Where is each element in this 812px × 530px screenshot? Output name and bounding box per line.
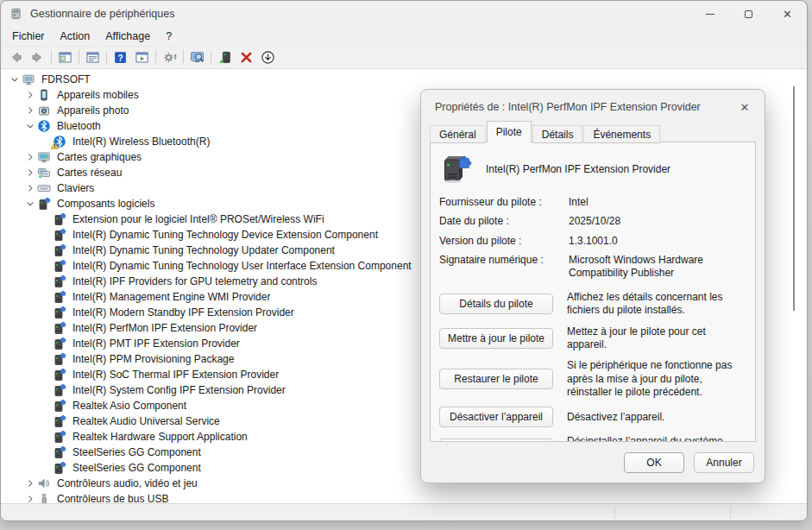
back-button[interactable]	[5, 47, 27, 68]
driver-tab-page: Intel(R) PerfMon IPF Extension Provider …	[430, 142, 756, 442]
bluetooth-icon	[53, 135, 66, 148]
chevron-right-icon[interactable]	[23, 88, 37, 102]
rollback-driver-button[interactable]: Restaurer le pilote	[439, 369, 553, 389]
close-icon: ✕	[740, 101, 750, 114]
indent-spacer	[39, 243, 53, 257]
vertical-scrollbar[interactable]	[793, 86, 795, 311]
maximize-icon	[745, 10, 752, 18]
driver-info-label: Fournisseur du pilote :	[439, 196, 569, 209]
tab-evenements[interactable]: Événements	[583, 125, 660, 143]
software-component-icon	[53, 243, 66, 257]
tab-details[interactable]: Détails	[532, 125, 583, 143]
minimize-button[interactable]	[690, 1, 729, 27]
chevron-down-icon[interactable]	[23, 197, 37, 211]
chevron-right-icon[interactable]	[23, 492, 37, 503]
menu-action[interactable]: Action	[53, 28, 98, 44]
cancel-button[interactable]: Annuler	[694, 452, 754, 473]
console-tree-button[interactable]	[54, 47, 76, 68]
tree-item-label: Intel(R) Dynamic Tuning Technology Devic…	[71, 229, 380, 241]
chevron-right-icon[interactable]	[23, 181, 37, 195]
update-driver-button[interactable]: Mettre à jour le pilote	[439, 328, 553, 349]
chevron-right-icon[interactable]	[23, 476, 37, 490]
tab-general[interactable]: Général	[430, 125, 486, 143]
driver-actions: Détails du piloteAffichez les détails co…	[431, 287, 755, 442]
indent-spacer	[39, 399, 53, 413]
tree-item[interactable]: Contrôleurs de bus USB	[1, 491, 807, 503]
tree-item-label: FDRSOFT	[40, 73, 92, 85]
driver-info-label: Signataire numérique :	[439, 254, 569, 281]
software-component-icon	[53, 306, 66, 319]
software-component-icon	[53, 383, 66, 397]
driver-details-button[interactable]: Détails du pilote	[439, 293, 553, 314]
software-component-icon	[53, 368, 66, 382]
update-driver-button[interactable]	[159, 47, 180, 68]
chevron-down-icon[interactable]	[23, 119, 37, 133]
chevron-right-icon[interactable]	[23, 150, 37, 164]
device-header: Intel(R) PerfMon IPF Extension Provider	[431, 142, 755, 192]
tree-item-label: Intel(R) PMT IPF Extension Provider	[71, 338, 242, 350]
menu-aide[interactable]: ?	[158, 28, 179, 44]
properties-button[interactable]	[82, 47, 104, 68]
ok-button[interactable]: OK	[624, 452, 684, 473]
toolbar-separator	[183, 50, 184, 65]
menu-affichage[interactable]: Affichage	[98, 28, 158, 44]
driver-action-row: Mettre à jour le piloteMettez à jour le …	[439, 325, 746, 352]
software-component-icon	[53, 274, 66, 288]
scan-hardware-button[interactable]	[186, 47, 208, 68]
tree-item-label: Realtek Audio Universal Service	[71, 415, 222, 427]
indent-spacer	[39, 259, 53, 273]
indent-spacer	[39, 212, 53, 226]
menu-fichier[interactable]: Fichier	[4, 28, 53, 44]
minimize-icon	[706, 14, 714, 15]
driver-info-row: Signataire numérique :Microsoft Windows …	[439, 254, 746, 281]
bluetooth-icon	[37, 119, 51, 133]
driver-software-button[interactable]	[214, 47, 236, 68]
tab-pilote[interactable]: Pilote	[487, 121, 532, 142]
indent-spacer	[39, 445, 53, 459]
tree-item-label: Appareils mobiles	[55, 89, 141, 101]
tree-item-label: SteelSeries GG Component	[71, 446, 203, 458]
driver-info-row: Date du pilote :2025/10/28	[439, 215, 746, 228]
indent-spacer	[39, 321, 53, 335]
properties-dialog: Propriétés de : Intel(R) PerfMon IPF Ext…	[420, 89, 765, 483]
dialog-close-button[interactable]: ✕	[737, 99, 752, 115]
uninstall-icon	[239, 50, 254, 65]
driver-info-row: Version du pilote :1.3.1001.0	[439, 235, 746, 248]
action-pane-button[interactable]	[131, 47, 153, 68]
chevron-right-icon[interactable]	[23, 166, 37, 180]
software-component-icon	[53, 290, 66, 304]
maximize-button[interactable]	[729, 1, 768, 27]
driver-info-value: Intel	[569, 196, 746, 209]
disable-button[interactable]	[257, 47, 279, 68]
menubar: FichierActionAffichage?	[1, 27, 807, 46]
chevron-down-icon[interactable]	[8, 73, 22, 86]
disable-device-button[interactable]: Désactiver l’appareil	[439, 407, 553, 427]
tree-item-label: Intel(R) IPF Providers for GPU telemetry…	[71, 275, 318, 287]
tree-item-label: Intel(R) PPM Provisioning Package	[71, 353, 236, 365]
indent-spacer	[39, 290, 53, 304]
software-component-icon	[37, 197, 51, 211]
back-icon	[9, 50, 23, 65]
tree-item[interactable]: FDRSOFT	[1, 72, 807, 87]
tree-item-label: Intel(R) Dynamic Tuning Technology Updat…	[71, 244, 337, 256]
toolbar-separator	[211, 50, 211, 65]
chevron-right-icon[interactable]	[23, 104, 37, 117]
uninstall-device-button[interactable]: Désinstaller l’appareil	[439, 439, 553, 442]
software-component-icon	[53, 445, 66, 459]
help-button[interactable]: ?	[110, 47, 131, 68]
phone-icon	[37, 88, 51, 102]
device-name: Intel(R) PerfMon IPF Extension Provider	[486, 163, 670, 175]
usb-icon	[37, 492, 51, 503]
dialog-title: Propriétés de : Intel(R) PerfMon IPF Ext…	[421, 90, 765, 118]
toolbar-separator	[106, 50, 107, 65]
statusbar	[1, 503, 807, 521]
uninstall-button[interactable]	[236, 47, 257, 68]
close-button[interactable]: ✕	[768, 1, 807, 27]
software-component-icon	[53, 212, 66, 226]
tree-item-label: Contrôleurs audio, vidéo et jeu	[55, 477, 199, 489]
driver-info-value: 1.3.1001.0	[569, 235, 746, 248]
driver-info-label: Version du pilote :	[439, 235, 569, 248]
software-component-icon	[439, 153, 472, 186]
update-driver-button-description: Mettez à jour le pilote pour cet apparei…	[567, 325, 746, 352]
forward-button[interactable]	[27, 47, 48, 68]
